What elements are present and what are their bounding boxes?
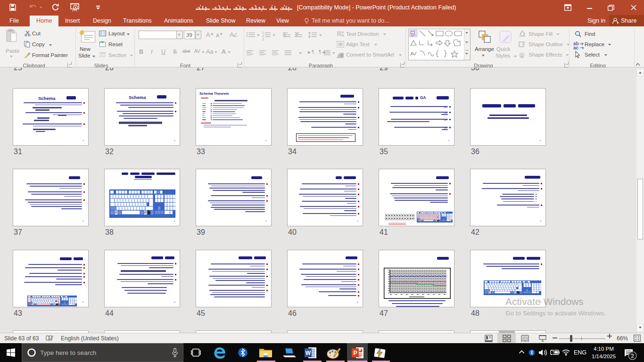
svg-text:A: A (341, 30, 344, 34)
svg-text:2: 2 (631, 353, 634, 359)
svg-text:P: P (353, 350, 357, 356)
svg-text:W: W (305, 350, 311, 356)
